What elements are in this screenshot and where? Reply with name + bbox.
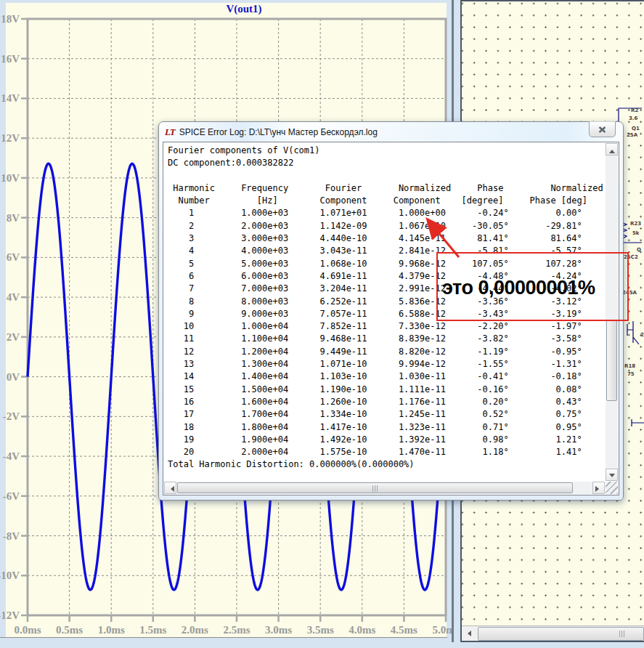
y-tick-label: -6V bbox=[3, 490, 20, 502]
x-tick-label: 2.0ms bbox=[182, 624, 208, 636]
arrow-left-icon bbox=[465, 631, 471, 636]
y-tick-label: 12V bbox=[1, 132, 20, 144]
annotation-arrow bbox=[407, 203, 472, 269]
scroll-down-button[interactable] bbox=[606, 469, 618, 481]
wire-stub bbox=[632, 419, 644, 426]
x-tick-label: 0.0ms bbox=[14, 624, 41, 636]
schematic-fragment-label: Q bbox=[637, 247, 641, 253]
scroll-up-button[interactable] bbox=[606, 143, 618, 155]
schematic-fragment-label: Q1 bbox=[632, 126, 640, 131]
dialog-title: SPICE Error Log: D:\LT\унч Мастер Бескор… bbox=[179, 127, 378, 137]
y-tick-label: 2V bbox=[7, 331, 20, 343]
annotation-text: это 0,00000001% bbox=[442, 277, 628, 299]
plot-title: V(out1) bbox=[226, 3, 261, 15]
y-tick-label: 18V bbox=[1, 13, 20, 25]
y-tick-label: 8V bbox=[7, 212, 20, 224]
ltspice-logo-icon: LT bbox=[165, 126, 175, 138]
y-tick-label: 14V bbox=[1, 92, 20, 104]
arrow-down-icon bbox=[609, 474, 615, 480]
x-tick-label: 1.0ms bbox=[98, 624, 125, 636]
x-tick-label: 3.0ms bbox=[265, 624, 292, 636]
dialog-titlebar[interactable]: LT SPICE Error Log: D:\LT\унч Мастер Бес… bbox=[159, 122, 623, 142]
close-icon bbox=[598, 126, 606, 133]
schematic-horizontal-scrollbar[interactable] bbox=[462, 625, 644, 641]
resize-grip[interactable] bbox=[606, 482, 618, 494]
scroll-left-button[interactable] bbox=[462, 626, 475, 641]
y-tick-label: -10V bbox=[0, 570, 20, 581]
x-tick-label: 4.5ms bbox=[391, 624, 417, 636]
waveform-pane-border bbox=[0, 637, 447, 638]
arrow-up-icon bbox=[609, 147, 615, 153]
x-tick-label: 4.0ms bbox=[349, 624, 375, 636]
scrollbar-thumb[interactable] bbox=[177, 482, 573, 493]
y-tick-label: -2V bbox=[3, 410, 20, 422]
y-tick-label: 6V bbox=[7, 251, 20, 263]
x-tick-label: 3.5ms bbox=[307, 624, 334, 636]
schematic-fragment-label: 75 bbox=[627, 371, 635, 377]
y-tick-label: -12V bbox=[0, 609, 20, 621]
dialog-horizontal-scrollbar[interactable] bbox=[164, 482, 605, 494]
scrollbar-thumb[interactable] bbox=[606, 320, 617, 401]
scrollbar-grip bbox=[372, 485, 378, 492]
scroll-left-button[interactable] bbox=[164, 482, 176, 494]
scrollbar-thumb[interactable] bbox=[478, 627, 644, 641]
x-tick-label: 2.5ms bbox=[223, 624, 250, 636]
schematic-fragment-label: 5k bbox=[632, 230, 640, 236]
schematic-fragment-label: 25A bbox=[627, 132, 637, 138]
transistor-symbol bbox=[627, 321, 639, 344]
y-tick-label: 0V bbox=[7, 371, 20, 383]
y-tick-label: -4V bbox=[3, 450, 20, 462]
schematic-fragment-label: 2 bbox=[640, 332, 644, 338]
x-tick-label: 1.5ms bbox=[139, 624, 166, 636]
scrollbar-grip bbox=[619, 631, 625, 637]
schematic-fragment-label: 3.6 bbox=[629, 116, 637, 121]
schematic-fragment-label: R18 bbox=[624, 363, 635, 369]
x-tick-label: 0.5ms bbox=[56, 624, 83, 636]
schematic-fragment-label: R2 bbox=[631, 108, 638, 113]
scroll-right-button[interactable] bbox=[592, 482, 605, 494]
arrow-right-icon bbox=[595, 486, 602, 492]
schematic-fragment-label: R23 bbox=[630, 221, 641, 227]
close-button[interactable] bbox=[589, 121, 616, 137]
x-tick-label: 5.0ms bbox=[432, 624, 452, 636]
arrow-left-icon bbox=[168, 486, 174, 492]
y-tick-label: -8V bbox=[3, 530, 20, 542]
y-tick-label: 16V bbox=[1, 53, 20, 65]
y-tick-label: 10V bbox=[1, 172, 20, 184]
y-tick-label: 4V bbox=[7, 291, 20, 303]
